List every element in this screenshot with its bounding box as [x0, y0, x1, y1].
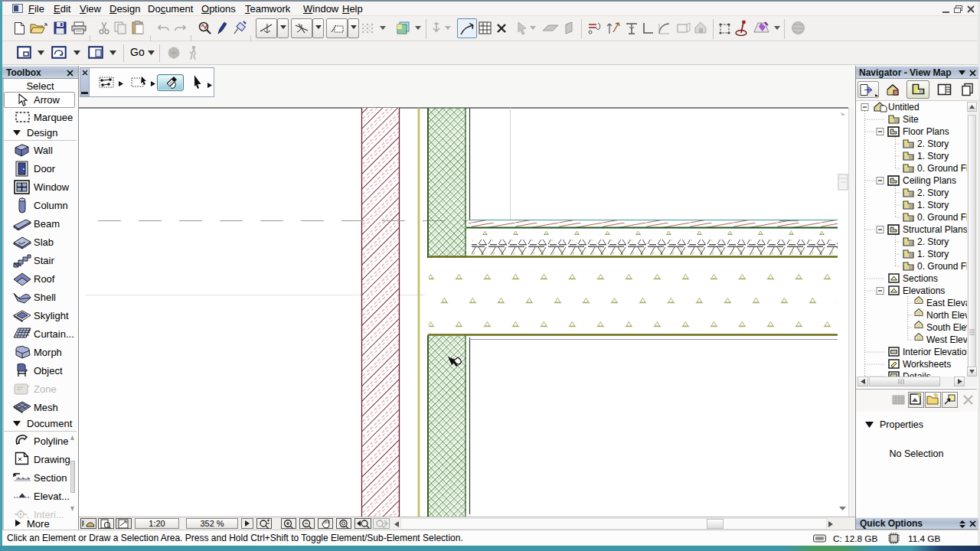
svg-text:0. Ground Flo: 0. Ground Flo — [917, 163, 967, 174]
svg-text:1. Story: 1. Story — [917, 249, 949, 259]
svg-text:North Elevat: North Elevat — [926, 310, 967, 321]
svg-text:1. Story: 1. Story — [917, 151, 949, 161]
svg-text:2. Story: 2. Story — [917, 187, 949, 198]
svg-text:1. Story: 1. Story — [917, 200, 949, 210]
svg-text:Details: Details — [903, 371, 931, 377]
svg-text:Floor Plans: Floor Plans — [903, 126, 949, 137]
svg-text:Elevations: Elevations — [903, 285, 945, 296]
svg-text:0. Ground Flo: 0. Ground Flo — [917, 212, 967, 223]
svg-text:Untitled: Untitled — [888, 102, 920, 112]
svg-text:Site: Site — [903, 114, 919, 125]
svg-text:South Elevat: South Elevat — [926, 322, 967, 333]
svg-text:East Elevatio: East Elevatio — [926, 298, 967, 308]
svg-text:Ceiling Plans: Ceiling Plans — [903, 175, 956, 186]
svg-text:Worksheets: Worksheets — [903, 359, 951, 370]
svg-text:West Elevati: West Elevati — [926, 334, 967, 345]
svg-text:2. Story: 2. Story — [917, 236, 949, 247]
svg-text:Sections: Sections — [903, 273, 938, 284]
svg-text:2. Story: 2. Story — [917, 139, 949, 149]
svg-text:Interior Elevation: Interior Elevation — [903, 347, 967, 357]
svg-text:0. Ground Flo: 0. Ground Flo — [917, 261, 967, 272]
svg-text:Structural Plans: Structural Plans — [903, 224, 967, 235]
svg-text:12: 12 — [481, 23, 485, 27]
